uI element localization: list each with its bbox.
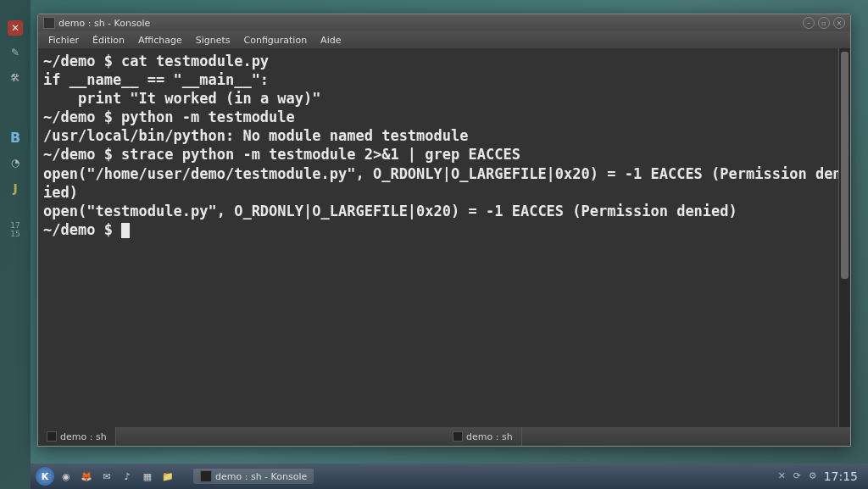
task-panel: K ◉ 🦊 ✉ ♪ ▦ 📁 demo : sh - Konsole ✕ ⟳ ⚙ … (31, 464, 868, 489)
tab-label: demo : sh (466, 431, 513, 442)
konsole-icon (453, 431, 463, 442)
konsole-icon (200, 470, 212, 482)
menubar: Fichier Édition Affichage Signets Config… (38, 31, 850, 48)
close-button[interactable]: × (833, 17, 845, 29)
minimize-button[interactable]: – (803, 17, 815, 29)
konsole-window: demo : sh - Konsole – ▫ × Fichier Éditio… (37, 14, 851, 447)
firefox-icon[interactable]: 🦊 (78, 468, 95, 485)
scrollbar[interactable] (838, 48, 850, 427)
cursor (121, 223, 130, 238)
system-tray: ✕ ⟳ ⚙ (778, 470, 821, 482)
maximize-button[interactable]: ▫ (818, 17, 830, 29)
kde-menu-icon[interactable]: K (36, 467, 54, 486)
chrome-icon[interactable]: ◉ (58, 468, 75, 485)
tool-icon[interactable]: ✎ (7, 44, 24, 61)
konsole-icon (47, 431, 57, 442)
mail-icon[interactable]: ✉ (98, 468, 115, 485)
menu-help[interactable]: Aide (315, 33, 346, 47)
terminal-line: if __name__ == "__main__": (43, 70, 845, 89)
tab-bar: demo : sh demo : sh (38, 427, 850, 446)
terminal-line: ~/demo $ cat testmodule.py (43, 52, 845, 70)
window-title: demo : sh - Konsole (58, 18, 150, 29)
terminal-line: print "It worked (in a way)" (43, 89, 845, 108)
scroll-thumb[interactable] (841, 52, 849, 279)
terminal-line: ~/demo $ python -m testmodule (43, 108, 845, 126)
left-dock: ✕ ✎ 🛠 B ◔ J 17 15 (0, 0, 31, 464)
terminal-line: open("/home/user/demo/testmodule.py", O_… (43, 164, 845, 202)
dock-letter-j[interactable]: J (7, 180, 24, 197)
clock[interactable]: 17:15 (824, 470, 863, 483)
photos-icon[interactable]: ▦ (139, 468, 156, 485)
terminal-line: ~/demo $ (43, 220, 845, 239)
menu-view[interactable]: Affichage (133, 33, 187, 47)
terminal-line: open("testmodule.py", O_RDONLY|O_LARGEFI… (43, 202, 845, 220)
tab-2[interactable]: demo : sh (444, 427, 522, 446)
menu-bookmarks[interactable]: Signets (191, 33, 236, 47)
menu-file[interactable]: Fichier (43, 33, 84, 47)
close-icon[interactable]: ✕ (8, 20, 23, 36)
window-titlebar[interactable]: demo : sh - Konsole – ▫ × (38, 14, 850, 31)
tray-icon[interactable]: ⟳ (793, 470, 805, 482)
wrench-icon[interactable]: 🛠 (7, 69, 24, 86)
music-icon[interactable]: ♪ (119, 468, 136, 485)
menu-edit[interactable]: Édition (87, 33, 130, 47)
tray-icon[interactable]: ✕ (778, 470, 790, 482)
menu-settings[interactable]: Configuration (239, 33, 313, 47)
folder-icon[interactable]: 📁 (159, 468, 176, 485)
circle-icon[interactable]: ◔ (7, 154, 24, 171)
tab-label: demo : sh (60, 431, 107, 442)
pager-bottom: 15 (10, 231, 19, 239)
task-label: demo : sh - Konsole (215, 471, 307, 482)
taskbar-entry[interactable]: demo : sh - Konsole (193, 469, 314, 484)
terminal-viewport[interactable]: ~/demo $ cat testmodule.pyif __name__ ==… (38, 48, 850, 427)
konsole-icon (43, 17, 55, 29)
workspace-pager[interactable]: 17 15 (10, 222, 19, 239)
terminal-line: ~/demo $ strace python -m testmodule 2>&… (43, 145, 845, 164)
terminal-line: /usr/local/bin/python: No module named t… (43, 126, 845, 145)
dock-letter-b[interactable]: B (7, 129, 24, 146)
tab-1[interactable]: demo : sh (38, 427, 116, 446)
tray-icon[interactable]: ⚙ (809, 470, 821, 482)
